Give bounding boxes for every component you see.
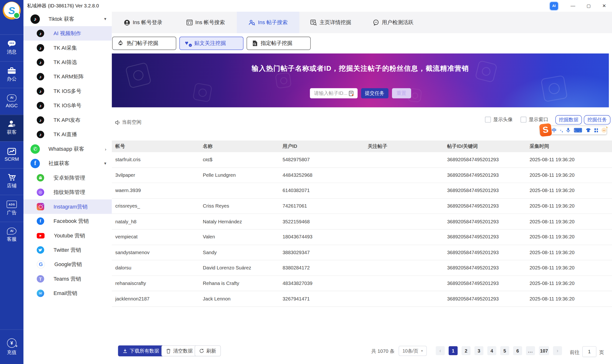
sidebar-item-youtube-marketing[interactable]: ▶ Youtube 营销 xyxy=(23,228,112,243)
mine-task-button[interactable]: 挖掘任务 xyxy=(584,115,610,124)
tab-ins-post-search[interactable]: Ins 帖子搜索 xyxy=(237,12,299,33)
more-pages-button[interactable]: ... xyxy=(526,346,535,355)
emoji-icon[interactable] xyxy=(601,128,607,132)
column-header: 用户ID xyxy=(282,143,368,150)
column-header: 名称 xyxy=(203,143,282,150)
rail-item-recharge[interactable]: ¥+ 充值 xyxy=(0,329,23,364)
rail-item-scrm[interactable]: SCRM xyxy=(0,141,23,168)
post-id-input[interactable] xyxy=(313,90,348,96)
table-row[interactable]: dalorsuDavid Lorenzo Suárez8380284172368… xyxy=(112,260,612,276)
table-row[interactable]: nataly_h8Nataly Hernández352215946836892… xyxy=(112,214,612,230)
sidebar-item-facebook-marketing[interactable]: f Facebook 营销 xyxy=(23,214,112,228)
sidebar-item-tk-ai-live[interactable]: ♪ TK AI直播 xyxy=(23,127,112,142)
sidebar-item-social-group[interactable]: f 社媒获客 ▾ xyxy=(23,156,112,170)
sidebar-item-tk-ai-filter[interactable]: ♪ TK AI筛选 xyxy=(23,55,112,69)
ime-toolbar: S 中 ·, ⌨ xyxy=(540,126,607,135)
sogou-logo-icon[interactable]: S xyxy=(539,123,552,137)
rail-item-shop[interactable]: 店铺 xyxy=(0,168,23,195)
page-button-6[interactable]: 6 xyxy=(513,346,522,355)
next-page-button[interactable]: › xyxy=(553,346,562,355)
tab-user-activity-check[interactable]: 用户检测活跃 xyxy=(362,12,424,33)
rail-item-ads[interactable]: ADS 广告 xyxy=(0,195,23,221)
sidebar-item-email-marketing[interactable]: ✉ Email营销 xyxy=(23,286,112,300)
sidebar-item-instagram-marketing[interactable]: Instagram营销 xyxy=(23,199,112,214)
subtab-post-follow-mining[interactable]: ♥ ✓ 贴文关注挖掘 xyxy=(179,37,243,50)
subtab-hot-post-mining[interactable]: 热门帖子挖掘 xyxy=(112,37,176,50)
mic-icon[interactable] xyxy=(566,128,570,132)
sidebar-item-android-matrix[interactable]: 安卓矩阵管理 xyxy=(23,170,112,185)
table-body: starfruit.crisᴄʀɪ$5482975807368920584749… xyxy=(112,152,612,307)
sidebar-item-tk-ios-multi[interactable]: ♪ TK IOS多号 xyxy=(23,84,112,98)
goto-page-input[interactable] xyxy=(582,346,597,357)
table-row[interactable]: crissreyes_Criss Reyes742617061368920584… xyxy=(112,198,612,214)
clear-data-button[interactable]: 清空数据 xyxy=(161,345,197,356)
sidebar-item-tiktok-group[interactable]: ♪ Tiktok 获客 ▾ xyxy=(23,12,112,26)
tiktok-icon: ♪ xyxy=(37,44,44,52)
table-row[interactable]: jacklennon2187Jack Lennon326794147136892… xyxy=(112,291,612,307)
sidebar-item-ai-video[interactable]: ♪ AI 视频制作 xyxy=(23,26,112,40)
checkbox-icon[interactable] xyxy=(485,117,491,123)
reset-button[interactable]: 重置 xyxy=(392,88,411,98)
rail-item-acquisition[interactable]: 获客 xyxy=(0,115,23,141)
sidebar-item-tk-api-publish[interactable]: ♪ TK API发布 xyxy=(23,113,112,127)
sidebar-item-fingerprint-matrix[interactable]: ◎ 指纹矩阵管理 xyxy=(23,185,112,199)
checkbox-icon[interactable] xyxy=(521,117,527,123)
rail-item-label: AIGC xyxy=(6,103,18,108)
page-button-1[interactable]: 1 xyxy=(449,346,458,355)
ai-assistant-icon[interactable]: AI xyxy=(550,2,558,10)
punctuation-icon[interactable]: ·, xyxy=(560,128,563,132)
minimize-button[interactable]: — xyxy=(565,0,581,12)
tab-ins-account-login[interactable]: Ins 帐号登录 xyxy=(112,12,174,33)
page-button-3[interactable]: 3 xyxy=(474,346,484,355)
sidebar-item-teams-marketing[interactable]: T Teams 营销 xyxy=(23,272,112,286)
page-button-4[interactable]: 4 xyxy=(487,346,497,355)
refresh-button[interactable]: 刷新 xyxy=(195,345,221,356)
page-button-5[interactable]: 5 xyxy=(500,346,509,355)
rail-item-support[interactable]: AI 客服 xyxy=(0,221,23,248)
skin-icon[interactable] xyxy=(586,128,591,132)
page-button-2[interactable]: 2 xyxy=(461,346,471,355)
paste-icon[interactable] xyxy=(348,90,354,96)
download-all-button[interactable]: 下载所有数据 xyxy=(118,345,164,356)
tiktok-icon: ♪ xyxy=(37,116,44,124)
mine-data-button[interactable]: 挖掘数据 xyxy=(555,115,582,124)
maximize-button[interactable]: ▢ xyxy=(581,0,596,12)
prev-page-button[interactable]: ‹ xyxy=(436,346,445,355)
android-icon xyxy=(37,174,44,182)
tab-homepage-detail-mining[interactable]: 主页详情挖掘 xyxy=(299,12,362,33)
rail-item-aigc[interactable]: AI AIGC xyxy=(0,88,23,115)
sidebar-menu: ♪ Tiktok 获客 ▾ ♪ AI 视频制作 ♪ TK AI采集 ♪ TK A… xyxy=(23,12,112,364)
submit-task-button[interactable]: 提交任务 xyxy=(361,88,388,98)
table-row[interactable]: starfruit.crisᴄʀɪ$5482975807368920584749… xyxy=(112,152,612,168)
table-row[interactable]: rehanaiscraftyRehana is Crafty4834382703… xyxy=(112,276,612,291)
rail-item-office[interactable]: 办公 xyxy=(0,61,23,88)
table-row[interactable]: 3vilpaperPelle Lundgren44843252968368920… xyxy=(112,168,612,183)
chat-check-icon xyxy=(373,20,379,26)
page-size-select[interactable]: 10条/页 ▾ xyxy=(399,346,427,356)
sidebar-item-twitter-marketing[interactable]: Twitter 营销 xyxy=(23,243,112,257)
briefcase-icon xyxy=(7,67,16,74)
sidebar-item-tk-ios-single[interactable]: ♪ TK IOS单号 xyxy=(23,98,112,113)
rail-item-messages[interactable]: 消息 xyxy=(0,34,23,61)
tab-ins-account-search[interactable]: Ins 帐号搜索 xyxy=(174,12,237,33)
page-search-icon xyxy=(310,19,317,26)
close-button[interactable]: ✕ xyxy=(597,0,612,12)
sidebar-item-tk-ai-collect[interactable]: ♪ TK AI采集 xyxy=(23,41,112,55)
toolbox-icon[interactable] xyxy=(594,128,598,132)
sidebar-item-whatsapp-group[interactable]: ✆ Whatsapp 获客 › xyxy=(23,142,112,156)
table-row[interactable]: vempiecatValen18043674493368920584749520… xyxy=(112,230,612,245)
subtab-specified-post-mining[interactable]: 指定帖子挖掘 xyxy=(247,37,311,50)
keyboard-icon[interactable]: ⌨ xyxy=(574,127,582,133)
status-text: 当前空闲 xyxy=(122,119,142,126)
tab-bar: Ins 帐号登录 Ins 帐号搜索 Ins 帖子搜索 主页详情挖掘 用户检测活跃 xyxy=(112,12,612,33)
show-window-checkbox[interactable]: 显示窗口 xyxy=(521,116,548,123)
rail-item-label: 客服 xyxy=(7,236,17,243)
sidebar-item-google-marketing[interactable]: G Google营销 xyxy=(23,257,112,272)
chinese-mode-icon[interactable]: 中 xyxy=(552,128,556,132)
show-avatar-checkbox[interactable]: 显示头像 xyxy=(485,116,513,123)
table-row[interactable]: sandystamenovSandy3883029347368920584749… xyxy=(112,245,612,260)
teams-icon: T xyxy=(37,275,44,283)
table-row[interactable]: waern.3939614038207136892058474952012932… xyxy=(112,183,612,199)
page-button-107[interactable]: 107 xyxy=(539,346,549,355)
sidebar-item-tk-arm-matrix[interactable]: ♪ TK ARM矩阵 xyxy=(23,69,112,84)
